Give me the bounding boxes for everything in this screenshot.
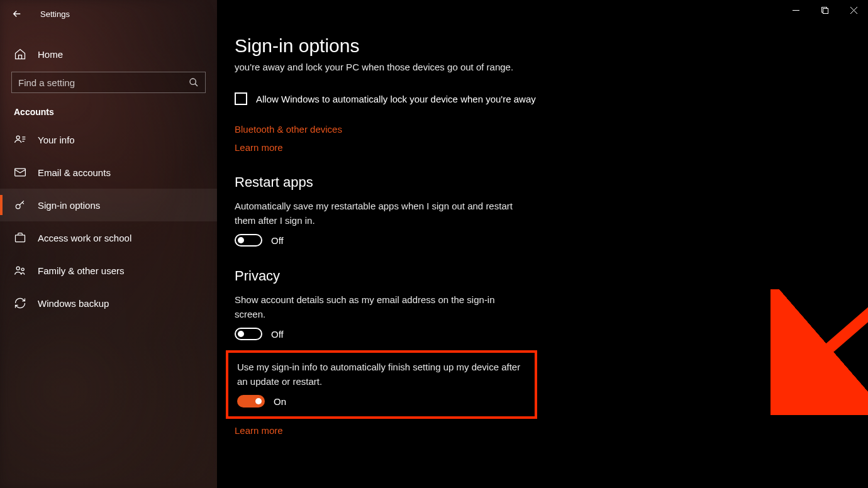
sidebar-item-family-other-users[interactable]: Family & other users — [0, 254, 217, 287]
checkbox-label: Allow Windows to automatically lock your… — [256, 94, 536, 104]
mail-icon — [14, 166, 26, 179]
sidebar-item-your-info[interactable]: Your info — [0, 123, 217, 156]
maximize-icon — [821, 7, 828, 14]
home-label: Home — [38, 49, 63, 60]
key-icon — [14, 199, 26, 211]
window-controls — [781, 0, 868, 20]
toggle-label: Off — [271, 235, 284, 246]
sidebar: Settings Home Accounts Your info Email &… — [0, 0, 217, 488]
privacy-show-details-toggle[interactable] — [235, 328, 262, 340]
search-icon — [189, 77, 199, 87]
page-title: Sign-in options — [235, 35, 850, 57]
privacy-signin-info-toggle[interactable] — [237, 395, 265, 408]
briefcase-icon — [14, 231, 26, 244]
sidebar-item-label: Family & other users — [38, 265, 125, 276]
restart-apps-description: Automatically save my restartable apps w… — [235, 199, 524, 228]
svg-point-5 — [16, 267, 19, 270]
minimize-icon — [793, 7, 799, 14]
main-content: Sign-in options you're away and lock you… — [217, 0, 868, 488]
home-button[interactable]: Home — [0, 36, 217, 68]
back-button[interactable] — [11, 8, 23, 19]
annotation-highlight-box: Use my sign-in info to automatically fin… — [226, 350, 537, 419]
close-icon — [850, 7, 857, 14]
sidebar-item-email-accounts[interactable]: Email & accounts — [0, 156, 217, 189]
titlebar: Settings — [0, 0, 217, 28]
learn-more-link[interactable]: Learn more — [235, 142, 283, 153]
category-label: Accounts — [0, 93, 217, 123]
toggle-label: Off — [271, 329, 284, 340]
dynamic-lock-checkbox-row: Allow Windows to automatically lock your… — [235, 92, 850, 105]
sidebar-item-label: Windows backup — [38, 298, 109, 309]
person-card-icon — [14, 133, 26, 146]
toggle-label: On — [274, 396, 286, 407]
dynamic-lock-checkbox[interactable] — [235, 92, 247, 105]
svg-rect-2 — [15, 169, 26, 176]
learn-more-link[interactable]: Learn more — [235, 425, 283, 436]
restart-apps-toggle-row: Off — [235, 234, 850, 247]
sidebar-item-windows-backup[interactable]: Windows backup — [0, 287, 217, 319]
window-title: Settings — [40, 9, 70, 19]
truncated-description: you're away and lock your PC when those … — [235, 62, 850, 72]
privacy-show-details-description: Show account details such as my email ad… — [235, 293, 524, 321]
svg-point-1 — [16, 136, 19, 139]
minimize-button[interactable] — [781, 0, 810, 20]
arrow-left-icon — [11, 8, 23, 19]
people-icon — [14, 264, 26, 277]
svg-rect-8 — [823, 8, 828, 13]
sidebar-item-label: Your info — [38, 135, 75, 145]
svg-point-0 — [190, 79, 196, 84]
privacy-signin-info-toggle-row: On — [237, 395, 526, 408]
maximize-button[interactable] — [810, 0, 839, 20]
svg-point-6 — [21, 268, 24, 270]
sync-icon — [14, 297, 26, 309]
sidebar-item-label: Email & accounts — [38, 167, 111, 178]
restart-apps-heading: Restart apps — [235, 174, 850, 191]
close-button[interactable] — [839, 0, 868, 20]
svg-point-3 — [16, 204, 20, 209]
search-box[interactable] — [11, 72, 206, 93]
bluetooth-link[interactable]: Bluetooth & other devices — [235, 124, 342, 135]
svg-rect-4 — [16, 235, 25, 242]
privacy-signin-info-description: Use my sign-in info to automatically fin… — [237, 360, 526, 389]
sidebar-item-label: Access work or school — [38, 233, 131, 243]
sidebar-item-label: Sign-in options — [38, 200, 100, 211]
privacy-show-details-toggle-row: Off — [235, 328, 850, 340]
home-icon — [14, 48, 26, 60]
sidebar-item-sign-in-options[interactable]: Sign-in options — [0, 189, 217, 221]
restart-apps-toggle[interactable] — [235, 234, 262, 247]
privacy-heading: Privacy — [235, 268, 850, 284]
search-input[interactable] — [18, 77, 189, 88]
sidebar-item-access-work-school[interactable]: Access work or school — [0, 221, 217, 254]
